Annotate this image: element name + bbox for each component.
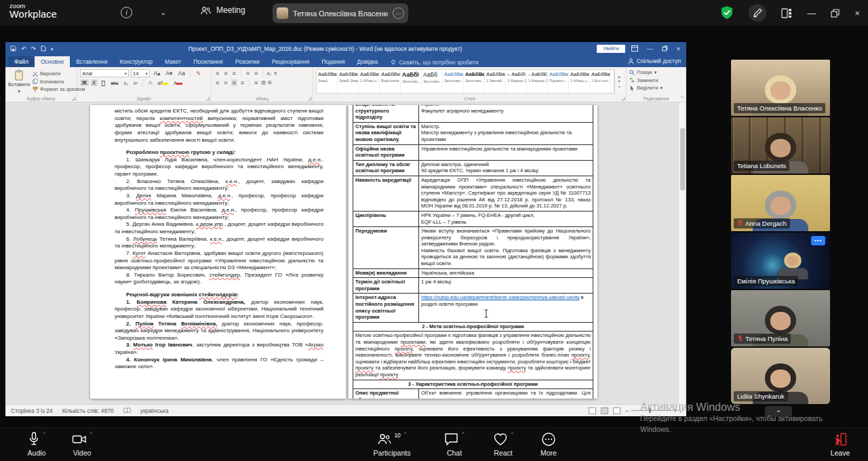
style-item[interactable]: АаБбВвГВиділення [380,70,401,93]
style-item[interactable]: АаБбВвІ1 Абзац с... [569,70,590,93]
meeting-info-icon[interactable] [121,7,132,18]
more-button[interactable]: More [530,432,568,457]
style-item[interactable]: АаБбВвЗаголово... [464,70,485,93]
increase-indent-button[interactable] [253,70,259,77]
document-canvas[interactable]: містить обсяг кредитів ЄКТС, необхідний … [5,102,686,404]
minimize-button[interactable]: — [807,8,816,18]
styles-more-icon[interactable]: ≂ [617,84,620,89]
style-item[interactable]: АаБбВвІЗнак5 Знак [338,70,359,93]
read-mode-icon[interactable] [589,407,596,414]
style-item[interactable]: АаБбЗаголово... [422,70,443,93]
numbering-button[interactable] [222,70,229,77]
save-icon[interactable] [10,45,16,52]
line-spacing-button[interactable] [253,79,259,86]
collapse-thumbnails-button[interactable] [765,406,792,417]
participant-tile[interactable]: Lidiia Shynkaruk [731,348,830,404]
participant-more-button[interactable] [811,236,825,245]
style-item[interactable]: – АаБбІ1 Маркер 1 [506,70,527,93]
shading-button[interactable]: ▨ [261,80,266,85]
vertical-scrollbar[interactable] [678,102,685,404]
close-button[interactable]: × [854,8,860,18]
subscript-button[interactable]: x₂ [122,81,130,85]
text-effects-button[interactable]: А [146,79,154,86]
word-tab[interactable]: Вставлення [70,56,113,67]
participant-tile[interactable]: Tetiana Lobunets [731,117,830,174]
zoom-track[interactable] [631,410,671,411]
word-minimize-button[interactable]: — [647,45,653,52]
word-tab[interactable]: Рецензування [266,56,315,67]
word-tab[interactable]: Файл [8,56,35,67]
style-item[interactable]: АаБбВвІ1 Абзац с... [359,70,380,93]
paste-button[interactable]: Вставити [8,69,30,94]
word-count[interactable]: Кількість слів: 4870 [62,407,114,414]
font-dialog-launcher-icon[interactable] [206,97,210,100]
underline-button[interactable]: П [100,79,107,86]
word-close-button[interactable]: × [677,45,680,52]
redo-icon[interactable] [31,45,37,52]
video-options-caret-icon[interactable] [90,430,93,437]
italic-button[interactable]: К [91,79,98,86]
show-marks-button[interactable]: ¶ [275,71,277,76]
change-case-button[interactable]: Аа [176,70,187,77]
decrease-indent-button[interactable] [245,70,251,77]
multilevel-list-button[interactable] [231,70,237,77]
word-tab[interactable]: Основне [35,56,70,67]
leave-button[interactable]: Leave [821,432,859,457]
find-button[interactable]: Пошук [629,69,683,75]
styles-dialog-launcher-icon[interactable] [621,97,625,100]
superscript-button[interactable]: x² [132,81,139,85]
styles-scroll-up-icon[interactable]: ▲ [617,75,621,79]
page-indicator[interactable]: Сторінка 3 із 24 [11,407,53,414]
borders-button[interactable]: ⊞ [268,80,272,85]
zoom-out-icon[interactable]: – [625,407,629,414]
chat-button[interactable]: Chat [434,432,475,457]
style-item[interactable]: АаБбВвІЗнак1 [317,70,338,93]
participants-button[interactable]: 10 Participants [370,432,414,457]
align-justify-button[interactable] [231,79,237,86]
participant-tile[interactable]: Тетяна Пуліна [731,290,830,346]
quick-access-toolbar[interactable] [10,45,54,52]
replace-button[interactable]: Замінити [629,77,683,83]
print-layout-icon[interactable] [601,407,608,414]
font-name-combo[interactable]: Arial [80,69,129,77]
font-size-combo[interactable]: 14 [131,69,150,77]
styles-scroll-down-icon[interactable]: ▼ [617,79,621,83]
hyperlink[interactable]: https://nubip.edu.ua/department/tsentr-z… [421,294,579,300]
chat-caret-icon[interactable] [462,430,465,437]
proofing-icon[interactable] [123,407,131,414]
annotate-button[interactable] [749,4,766,22]
security-shield-icon[interactable] [720,5,734,20]
font-color-button[interactable]: А [172,79,184,86]
language-indicator[interactable]: українська [140,407,169,414]
gallery-view-icon[interactable] [781,8,792,18]
style-item[interactable]: АаБбВвІ1 Звичай... [485,70,506,93]
document-page-right[interactable]: вищої освіти та структурного підрозділуУ… [349,105,597,399]
word-tab[interactable]: Макет [159,56,187,67]
undo-icon[interactable] [21,45,26,52]
bullets-button[interactable] [214,70,220,77]
word-tab[interactable]: Розсилки [229,56,266,67]
participant-tile[interactable]: Тетяна Олексіївна Власенко [731,60,830,116]
style-item[interactable]: АаБбВвІ1 Без інте... [590,70,611,93]
align-left-button[interactable] [214,79,220,86]
style-item[interactable]: АаБбВвГЗаголово... [443,70,464,93]
paragraph-dialog-launcher-icon[interactable] [308,97,311,100]
highlight-button[interactable]: аб [156,79,170,86]
styles-gallery-scroll[interactable]: ▲ ▼ ≂ [614,69,623,94]
ribbon-display-options-icon[interactable] [631,45,638,52]
tell-me-box[interactable]: Скажіть, що потрібно зробити [391,59,478,66]
style-item[interactable]: АаБбІЗаголово... [401,70,422,93]
shrink-font-button[interactable]: А▾ [164,70,174,77]
share-document-button[interactable]: Спільний доступ [628,55,681,67]
zoom-knob[interactable] [649,408,651,413]
word-tab[interactable]: Посилання [187,56,229,67]
align-right-button[interactable] [239,79,245,86]
clear-formatting-button[interactable]: ✎ [194,70,202,77]
video-button[interactable]: Video [60,432,104,457]
word-tab[interactable]: Конструктор [114,56,159,67]
tab-meeting[interactable]: Meeting [201,5,245,15]
participants-caret-icon[interactable] [404,430,407,437]
react-caret-icon[interactable] [511,430,514,437]
document-icon[interactable] [41,45,46,52]
clipboard-dialog-launcher-icon[interactable] [72,97,75,100]
